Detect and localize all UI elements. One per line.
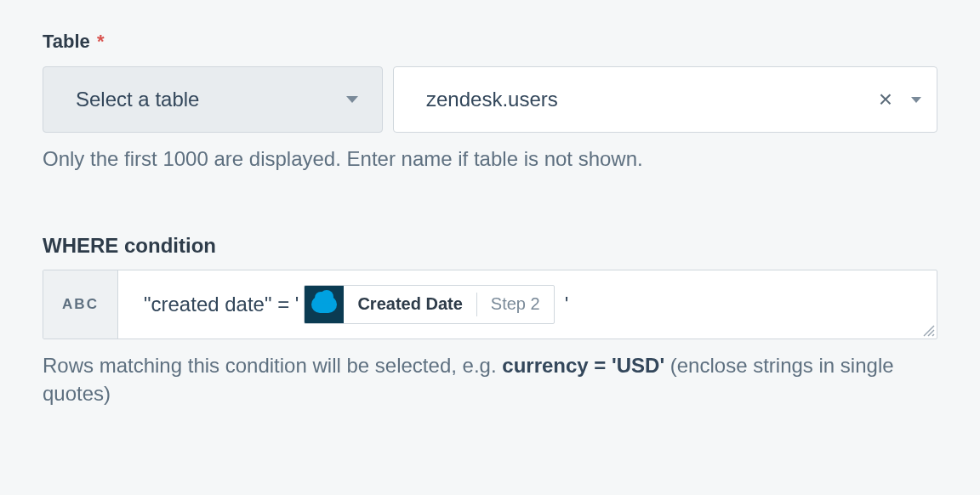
expression-prefix-text: "created date" = ' xyxy=(144,293,299,316)
table-label: Table * xyxy=(43,31,937,53)
resize-handle-icon[interactable] xyxy=(921,323,935,337)
datapill-field-name: Created Date xyxy=(344,294,476,314)
table-name-input[interactable]: zendesk.users × xyxy=(393,66,937,133)
datapill[interactable]: Created Date Step 2 xyxy=(304,285,554,324)
select-table-placeholder: Select a table xyxy=(76,88,199,111)
where-helper-text: Rows matching this condition will be sel… xyxy=(43,351,937,408)
where-label: WHERE condition xyxy=(43,234,937,258)
clear-icon[interactable]: × xyxy=(872,86,899,113)
dropdown-caret-icon[interactable] xyxy=(911,97,921,103)
table-helper-text: Only the first 1000 are displayed. Enter… xyxy=(43,145,937,174)
where-helper-example: currency = 'USD' xyxy=(502,354,664,377)
where-expression-content[interactable]: "created date" = ' Created Date Step 2 ' xyxy=(118,270,937,339)
where-helper-pre: Rows matching this condition will be sel… xyxy=(43,354,502,377)
salesforce-icon xyxy=(305,285,344,324)
type-badge-abc: ABC xyxy=(43,270,118,339)
table-input-row: Select a table zendesk.users × xyxy=(43,66,937,133)
table-label-text: Table xyxy=(43,31,90,52)
select-table-dropdown[interactable]: Select a table xyxy=(43,66,383,133)
expression-suffix-text: ' xyxy=(565,293,569,316)
caret-down-icon xyxy=(346,96,358,103)
datapill-step-label: Step 2 xyxy=(477,294,554,314)
svg-line-2 xyxy=(932,334,934,336)
required-asterisk: * xyxy=(97,31,105,52)
table-name-value: zendesk.users xyxy=(426,88,872,111)
where-condition-input[interactable]: ABC "created date" = ' Created Date Step… xyxy=(43,270,937,339)
